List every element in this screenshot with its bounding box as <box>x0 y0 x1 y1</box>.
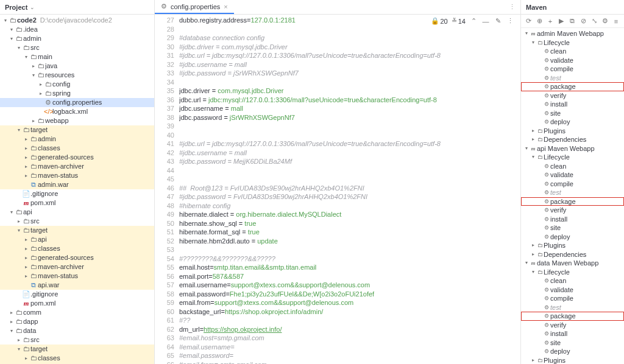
maven-dependencies[interactable]: ▸🗀Dependencies <box>521 250 624 259</box>
maven-tree[interactable]: ▾madmin Maven Webapp▾🗀Lifecycle⚙clean⚙va… <box>521 28 624 364</box>
tree-row-generated-sources[interactable]: ▸🗀generated-sources <box>0 153 154 162</box>
maven-phase-test[interactable]: ⚙test <box>521 188 624 197</box>
editor-gutter: 2728293031323334353637383940414243444546… <box>155 15 179 364</box>
tree-row--gitignore[interactable]: 📄.gitignore <box>0 189 154 198</box>
maven-module[interactable]: ▾madmin Maven Webapp <box>521 29 624 38</box>
maven-phase-install[interactable]: ⚙install <box>521 215 624 224</box>
tree-row-classes[interactable]: ▸🗀classes <box>0 354 154 363</box>
maven-phase-install[interactable]: ⚙install <box>521 100 624 109</box>
tree-row-admin-war[interactable]: ⧉admin.war <box>0 180 154 189</box>
editor-body[interactable]: 🔒20 ≚14 ⌃ ― ✎ ⋮ 272829303132333435363738… <box>155 15 520 364</box>
tree-row-api[interactable]: ▸🗀api <box>0 235 154 244</box>
editor-pane: ⚙ config.properties × ⋮ 🔒20 ≚14 ⌃ ― ✎ ⋮ … <box>155 0 520 364</box>
tree-row-resources[interactable]: ▾🗀resources <box>0 71 154 80</box>
tab-menu-icon[interactable]: ⋮ <box>504 3 520 11</box>
pencil-icon[interactable]: ✎ <box>494 17 502 25</box>
tree-row-logback-xml[interactable]: </>logback.xml <box>0 107 154 116</box>
editor-code[interactable]: dubbo.registry.address=127.0.0.1:2181 #d… <box>179 15 520 364</box>
generate-icon[interactable]: ⊕ <box>536 17 543 25</box>
tree-row-maven-status[interactable]: ▸🗀maven-status <box>0 271 154 281</box>
maven-lifecycle[interactable]: ▾🗀Lifecycle <box>521 153 624 162</box>
maven-phase-deploy[interactable]: ⚙deploy <box>521 347 624 356</box>
tree-row-api[interactable]: ▾🗀api <box>0 208 154 217</box>
execute-icon[interactable]: ⧉ <box>569 17 576 25</box>
chevron-down-icon[interactable]: ⌄ <box>30 4 35 10</box>
maven-phase-package[interactable]: ⚙package <box>521 197 624 206</box>
maven-phase-compile[interactable]: ⚙compile <box>521 65 624 74</box>
tree-row-target[interactable]: ▾🗀target <box>0 345 154 354</box>
tree-row-maven-status[interactable]: ▸🗀maven-status <box>0 171 154 180</box>
tree-row-main[interactable]: ▾🗀main <box>0 52 154 61</box>
maven-phase-deploy[interactable]: ⚙deploy <box>521 233 624 242</box>
maven-plugins[interactable]: ▸🗀Plugins <box>521 241 624 250</box>
maven-phase-deploy[interactable]: ⚙deploy <box>521 117 624 127</box>
maven-phase-validate[interactable]: ⚙validate <box>521 285 624 295</box>
maven-phase-site[interactable]: ⚙site <box>521 223 624 233</box>
tree-row-java[interactable]: ▸🗀java <box>0 61 154 71</box>
tree-row-generated-sources[interactable]: ▸🗀generated-sources <box>0 253 154 262</box>
tree-row-webapp[interactable]: ▸🗀webapp <box>0 116 154 125</box>
tree-row--idea[interactable]: ▾🗀.idea <box>0 25 154 34</box>
maven-phase-test[interactable]: ⚙test <box>521 74 624 83</box>
more-icon[interactable]: ⋮ <box>506 17 514 25</box>
tree-row-src[interactable]: ▸🗀src <box>0 217 154 226</box>
tree-row-classes[interactable]: ▸🗀classes <box>0 144 154 153</box>
tree-row-admin[interactable]: ▸🗀admin <box>0 135 154 144</box>
tree-row-spring[interactable]: ▸🗀spring <box>0 89 154 98</box>
tree-row-admin[interactable]: ▾🗀admin <box>0 34 154 43</box>
maven-phase-validate[interactable]: ⚙validate <box>521 170 624 180</box>
tree-row--gitignore[interactable]: 📄.gitignore <box>0 290 154 299</box>
add-icon[interactable]: + <box>547 18 554 25</box>
maven-phase-clean[interactable]: ⚙clean <box>521 276 624 285</box>
editor-inspections: 🔒20 ≚14 ⌃ ― ✎ ⋮ <box>428 16 517 26</box>
tree-root[interactable]: ▾🗀code2D:\code\javacode\code2 <box>0 16 154 25</box>
maven-plugins[interactable]: ▸🗀Plugins <box>521 356 624 365</box>
maven-phase-package[interactable]: ⚙package <box>521 312 624 321</box>
maven-lifecycle[interactable]: ▾🗀Lifecycle <box>521 38 624 47</box>
close-icon[interactable]: × <box>224 3 227 10</box>
maven-phase-compile[interactable]: ⚙compile <box>521 180 624 189</box>
more-tools-icon[interactable]: ≡ <box>612 18 620 25</box>
maven-dependencies[interactable]: ▸🗀Dependencies <box>521 135 624 144</box>
tree-row-classes[interactable]: ▸🗀classes <box>0 244 154 253</box>
tree-row-config-properties[interactable]: ⚙config.properties <box>0 98 154 107</box>
maven-phase-validate[interactable]: ⚙validate <box>521 56 624 65</box>
tree-row-target[interactable]: ▾🗀target <box>0 226 154 235</box>
maven-phase-site[interactable]: ⚙site <box>521 338 624 348</box>
editor-tab-config[interactable]: ⚙ config.properties × <box>155 0 234 14</box>
stop-icon[interactable]: ⊘ <box>580 17 587 25</box>
maven-phase-verify[interactable]: ⚙verify <box>521 91 624 100</box>
collapse-icon[interactable]: ⤡ <box>590 17 598 25</box>
tree-row-src[interactable]: ▾🗀src <box>0 43 154 52</box>
tree-row-maven-archiver[interactable]: ▸🗀maven-archiver <box>0 162 154 171</box>
run-icon[interactable]: ▶ <box>558 17 565 25</box>
tree-row-comm[interactable]: ▸🗀comm <box>0 308 154 317</box>
tree-row-pom-xml[interactable]: mpom.xml <box>0 299 154 308</box>
maven-phase-site[interactable]: ⚙site <box>521 109 624 118</box>
maven-lifecycle[interactable]: ▾🗀Lifecycle <box>521 268 624 277</box>
tree-row-src[interactable]: ▸🗀src <box>0 335 154 345</box>
tree-row-config[interactable]: ▸🗀config <box>0 80 154 89</box>
maven-phase-compile[interactable]: ⚙compile <box>521 294 624 303</box>
maven-phase-verify[interactable]: ⚙verify <box>521 321 624 330</box>
tree-row-target[interactable]: ▾🗀target <box>0 125 154 135</box>
maven-phase-clean[interactable]: ⚙clean <box>521 162 624 171</box>
maven-phase-install[interactable]: ⚙install <box>521 329 624 338</box>
project-tree[interactable]: ▾🗀code2D:\code\javacode\code2▾🗀.idea▾🗀ad… <box>0 15 154 364</box>
maven-phase-verify[interactable]: ⚙verify <box>521 206 624 215</box>
tree-row-api-war[interactable]: ⧉api.war <box>0 281 154 290</box>
maven-phase-test[interactable]: ⚙test <box>521 303 624 312</box>
tree-row-dapp[interactable]: ▸🗀dapp <box>0 317 154 326</box>
maven-module[interactable]: ▾mapi Maven Webapp <box>521 144 624 153</box>
maven-plugins[interactable]: ▸🗀Plugins <box>521 127 624 136</box>
maven-module[interactable]: ▾mdata Maven Webapp <box>521 259 624 268</box>
line-icon[interactable]: ― <box>481 18 490 25</box>
tree-row-data[interactable]: ▾🗀data <box>0 326 154 335</box>
refresh-icon[interactable]: ⟳ <box>525 17 532 25</box>
maven-phase-clean[interactable]: ⚙clean <box>521 47 624 56</box>
tree-row-maven-archiver[interactable]: ▸🗀maven-archiver <box>0 262 154 271</box>
caret-up-down-icon[interactable]: ⌃ <box>469 17 478 25</box>
tree-row-pom-xml[interactable]: mpom.xml <box>0 198 154 208</box>
maven-phase-package[interactable]: ⚙package <box>521 82 624 91</box>
settings-icon[interactable]: ⚙ <box>601 17 609 25</box>
